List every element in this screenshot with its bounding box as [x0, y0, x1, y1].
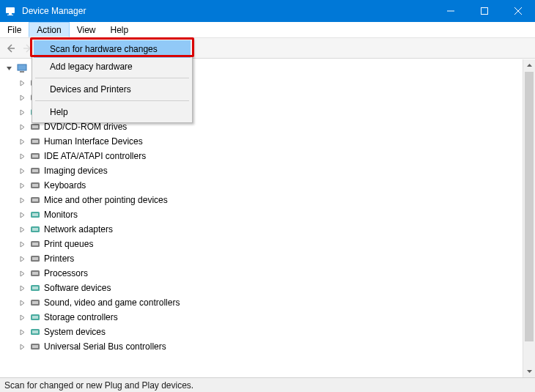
monitor-icon: [29, 209, 41, 221]
svg-rect-31: [32, 257, 38, 260]
menu-scan-hardware[interactable]: Scan for hardware changes: [34, 40, 191, 58]
vertical-scrollbar[interactable]: [523, 59, 535, 377]
tree-node-label: DVD/CD-ROM drives: [44, 122, 127, 132]
tree-node[interactable]: Monitors: [4, 207, 535, 222]
svg-rect-29: [32, 243, 38, 245]
twisty-icon[interactable]: [18, 225, 26, 234]
svg-rect-1: [9, 13, 12, 15]
storage-icon: [29, 311, 41, 323]
twisty-icon[interactable]: [18, 196, 26, 204]
menu-help-item[interactable]: Help: [34, 103, 191, 121]
twisty-icon[interactable]: [18, 254, 26, 263]
tree-node[interactable]: Printers: [4, 251, 535, 266]
tree-node[interactable]: Network adapters: [4, 222, 535, 237]
twisty-icon[interactable]: [18, 152, 26, 160]
tree-node-label: Processors: [44, 268, 88, 278]
menubar: File Action View Help: [0, 22, 535, 38]
twisty-icon[interactable]: [18, 240, 26, 248]
tree-node[interactable]: Human Interface Devices: [4, 134, 535, 149]
menu-add-legacy[interactable]: Add legacy hardware: [34, 58, 191, 75]
tree-node-label: Software devices: [44, 283, 111, 293]
scroll-track[interactable]: [523, 72, 535, 365]
twisty-icon[interactable]: [4, 64, 13, 73]
printer-icon: [29, 253, 41, 265]
svg-rect-41: [32, 330, 38, 333]
menu-devices-printers[interactable]: Devices and Printers: [34, 81, 191, 98]
svg-rect-3: [482, 8, 488, 15]
svg-rect-4: [18, 64, 26, 70]
twisty-icon[interactable]: [18, 313, 26, 322]
tree-node[interactable]: Storage controllers: [4, 310, 535, 325]
tree-node-label: Imaging devices: [44, 166, 108, 176]
twisty-icon[interactable]: [18, 93, 26, 102]
twisty-icon[interactable]: [18, 342, 26, 351]
tree-node-label: Mice and other pointing devices: [44, 195, 168, 205]
svg-rect-0: [6, 7, 15, 13]
menu-action[interactable]: Action: [29, 22, 69, 37]
twisty-icon[interactable]: [18, 328, 26, 336]
tree-node[interactable]: Print queues: [4, 237, 535, 251]
network-icon: [29, 223, 41, 235]
scroll-thumb[interactable]: [525, 72, 534, 341]
svg-rect-2: [7, 15, 13, 15]
svg-rect-19: [32, 169, 38, 172]
computer-icon: [16, 62, 28, 74]
mouse-icon: [29, 194, 41, 206]
tree-node-label: Universal Serial Bus controllers: [44, 341, 166, 352]
tree-node[interactable]: IDE ATA/ATAPI controllers: [4, 149, 535, 163]
twisty-icon[interactable]: [18, 108, 26, 117]
tree-node[interactable]: Universal Serial Bus controllers: [4, 339, 535, 354]
tree-node-label: Human Interface Devices: [44, 136, 143, 147]
statusbar: Scan for changed or new Plug and Play de…: [0, 377, 535, 392]
software-icon: [29, 282, 41, 294]
close-button[interactable]: [501, 0, 535, 22]
print-queue-icon: [29, 238, 41, 250]
twisty-icon[interactable]: [18, 166, 26, 175]
twisty-icon[interactable]: [18, 78, 26, 87]
system-icon: [29, 326, 41, 338]
twisty-icon[interactable]: [18, 269, 26, 278]
tree-node[interactable]: Keyboards: [4, 178, 535, 193]
menu-file[interactable]: File: [0, 22, 29, 37]
twisty-icon[interactable]: [18, 210, 26, 219]
tree-node[interactable]: Imaging devices: [4, 163, 535, 178]
usb-icon: [29, 341, 41, 352]
minimize-button[interactable]: [434, 0, 468, 22]
twisty-icon[interactable]: [18, 137, 26, 146]
scroll-up-button[interactable]: [523, 59, 535, 72]
window-title: Device Manager: [21, 6, 434, 16]
tree-node[interactable]: Software devices: [4, 281, 535, 295]
menu-separator: [35, 100, 189, 101]
svg-rect-35: [32, 286, 38, 289]
svg-rect-23: [32, 199, 38, 201]
maximize-button[interactable]: [468, 0, 501, 22]
tree-node-label: System devices: [44, 327, 106, 337]
tree-node[interactable]: Processors: [4, 266, 535, 281]
app-icon: [4, 5, 16, 17]
tree-node-label: Network adapters: [44, 224, 113, 234]
twisty-icon[interactable]: [18, 298, 26, 307]
tree-node-label: Keyboards: [44, 180, 86, 191]
tree-node[interactable]: Sound, video and game controllers: [4, 295, 535, 310]
tree-node[interactable]: Mice and other pointing devices: [4, 193, 535, 207]
hid-icon: [29, 136, 41, 147]
controller-icon: [29, 150, 41, 162]
tree-node[interactable]: System devices: [4, 325, 535, 339]
svg-rect-15: [32, 140, 38, 143]
svg-rect-33: [32, 272, 38, 275]
svg-rect-39: [32, 316, 38, 319]
svg-rect-37: [32, 301, 38, 304]
back-button[interactable]: [1, 40, 19, 57]
status-text: Scan for changed or new Plug and Play de…: [4, 380, 193, 391]
tree-node-label: Storage controllers: [44, 312, 118, 322]
menu-help[interactable]: Help: [103, 22, 136, 37]
twisty-icon[interactable]: [18, 181, 26, 190]
twisty-icon[interactable]: [18, 284, 26, 292]
svg-rect-17: [32, 155, 38, 158]
scroll-down-button[interactable]: [523, 365, 535, 377]
menu-view[interactable]: View: [70, 22, 103, 37]
svg-rect-25: [32, 213, 38, 216]
titlebar: Device Manager: [0, 0, 535, 22]
twisty-icon[interactable]: [18, 122, 26, 131]
svg-rect-13: [32, 125, 38, 128]
